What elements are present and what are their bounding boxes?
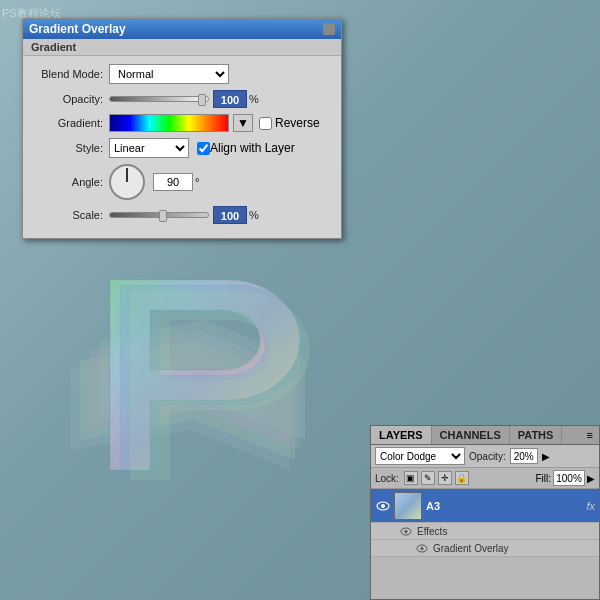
eye-icon [376, 501, 390, 511]
reverse-label: Reverse [275, 116, 320, 130]
scale-row: Scale: 100 % [33, 206, 331, 224]
layers-lock-row: Lock: ▣ ✎ ✛ 🔒 Fill: ▶ [371, 468, 599, 489]
gradient-label: Gradient: [33, 117, 103, 129]
opacity-label: Opacity: [33, 93, 103, 105]
opacity-row: Opacity: 100 % [33, 90, 331, 108]
panel-options-button[interactable]: ≡ [581, 426, 599, 444]
svg-point-14 [405, 530, 408, 533]
svg-point-16 [421, 547, 424, 550]
layer-opacity-label: Opacity: [469, 451, 506, 462]
scale-unit: % [249, 209, 259, 221]
layers-panel: LAYERS CHANNELS PATHS ≡ Color Dodge Opac… [370, 425, 600, 600]
align-check-area: Align with Layer [197, 141, 295, 155]
layer-opacity-arrow[interactable]: ▶ [542, 451, 550, 462]
lock-move-button[interactable]: ✛ [438, 471, 452, 485]
sublayer-eye-effects[interactable] [399, 524, 413, 538]
lock-transparency-button[interactable]: ▣ [404, 471, 418, 485]
layer-item-a3[interactable]: A3 fx [371, 489, 599, 523]
blend-mode-select[interactable]: Normal [109, 64, 229, 84]
gradient-overlay-dialog: Gradient Overlay Gradient Blend Mode: No… [22, 18, 342, 239]
gradient-row: Gradient: ▼ Reverse [33, 114, 331, 132]
style-select[interactable]: Linear [109, 138, 189, 158]
scale-label: Scale: [33, 209, 103, 221]
align-checkbox[interactable] [197, 142, 210, 155]
gradient-preview[interactable] [109, 114, 229, 132]
angle-row: Angle: ° [33, 164, 331, 200]
effects-label: Effects [417, 526, 447, 537]
fill-input[interactable] [553, 470, 585, 486]
eye-icon-gradient [416, 544, 428, 553]
lock-all-button[interactable]: 🔒 [455, 471, 469, 485]
angle-input[interactable] [153, 173, 193, 191]
layer-blend-mode-select[interactable]: Color Dodge [375, 447, 465, 465]
sublayer-eye-gradient[interactable] [415, 541, 429, 555]
gradient-overlay-sublabel: Gradient Overlay [433, 543, 509, 554]
opacity-value[interactable]: 100 [213, 90, 247, 108]
lock-paint-button[interactable]: ✎ [421, 471, 435, 485]
fill-area: Fill: ▶ [535, 470, 595, 486]
tab-paths[interactable]: PATHS [510, 426, 563, 444]
angle-needle [126, 168, 128, 182]
degree-symbol: ° [195, 176, 199, 188]
dialog-title: Gradient Overlay [29, 22, 126, 36]
layer-eye-a3[interactable] [375, 498, 391, 514]
fill-label: Fill: [535, 473, 551, 484]
tab-layers[interactable]: LAYERS [371, 426, 432, 444]
style-label: Style: [33, 142, 103, 154]
angle-dial[interactable] [109, 164, 145, 200]
scale-value[interactable]: 100 [213, 206, 247, 224]
scale-slider-thumb[interactable] [159, 210, 167, 222]
layers-toolbar: Color Dodge Opacity: ▶ [371, 445, 599, 468]
opacity-unit: % [249, 93, 259, 105]
gradient-dropdown-button[interactable]: ▼ [233, 114, 253, 132]
layer-fx-a3[interactable]: fx [586, 500, 595, 512]
layers-tabs: LAYERS CHANNELS PATHS ≡ [371, 426, 599, 445]
scale-slider[interactable] [109, 212, 209, 218]
opacity-slider[interactable] [109, 96, 209, 102]
dialog-subtitle: Gradient [23, 39, 341, 56]
dialog-close-button[interactable] [323, 23, 335, 35]
angle-label: Angle: [33, 176, 103, 188]
dialog-titlebar: Gradient Overlay [23, 19, 341, 39]
reverse-checkbox[interactable] [259, 117, 272, 130]
opacity-slider-thumb[interactable] [198, 94, 206, 106]
reverse-checkbox-area: Reverse [259, 116, 320, 130]
blend-mode-label: Blend Mode: [33, 68, 103, 80]
lock-label: Lock: [375, 473, 399, 484]
align-label: Align with Layer [210, 141, 295, 155]
layer-opacity-input[interactable] [510, 448, 538, 464]
sublayer-effects: Effects [371, 523, 599, 540]
layer-name-a3: A3 [426, 500, 586, 512]
sublayer-gradient-overlay: Gradient Overlay [371, 540, 599, 557]
dialog-body: Blend Mode: Normal Opacity: 100 % Gradie… [23, 56, 341, 238]
tab-channels[interactable]: CHANNELS [432, 426, 510, 444]
blend-mode-row: Blend Mode: Normal [33, 64, 331, 84]
fill-arrow[interactable]: ▶ [587, 473, 595, 484]
style-row: Style: Linear Align with Layer [33, 138, 331, 158]
eye-icon-effects [400, 527, 412, 536]
layer-thumbnail-a3 [394, 492, 422, 520]
svg-point-12 [381, 504, 385, 508]
